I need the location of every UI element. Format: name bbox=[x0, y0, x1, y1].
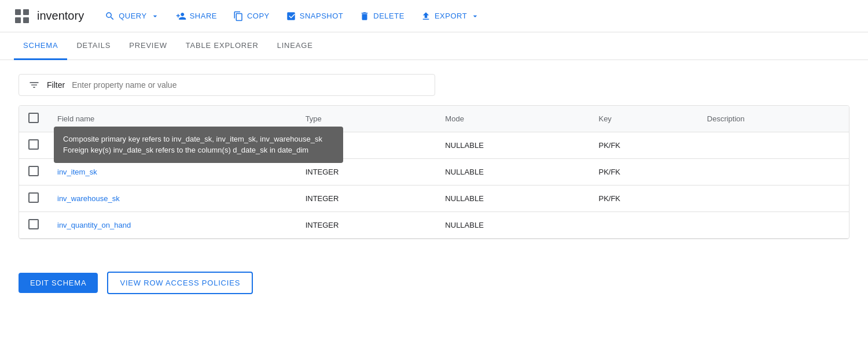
filter-label: Filter bbox=[47, 80, 65, 90]
tabs-bar: SCHEMA DETAILS PREVIEW TABLE EXPLORER LI… bbox=[0, 32, 868, 60]
view-row-access-policies-button[interactable]: VIEW ROW ACCESS POLICIES bbox=[107, 272, 253, 294]
col-header-mode: Mode bbox=[436, 106, 589, 132]
copy-button[interactable]: COPY bbox=[226, 6, 277, 26]
share-button[interactable]: SHARE bbox=[169, 6, 224, 26]
field-link[interactable]: inv_quantity_on_hand bbox=[57, 221, 131, 229]
delete-icon bbox=[359, 11, 370, 21]
field-link[interactable]: inv_date_sk bbox=[57, 141, 97, 150]
bottom-actions: EDIT SCHEMA VIEW ROW ACCESS POLICIES bbox=[0, 253, 868, 313]
col-header-description: Description bbox=[698, 106, 849, 132]
svg-rect-2 bbox=[15, 17, 21, 23]
row-checkbox-cell bbox=[19, 159, 48, 186]
tab-lineage[interactable]: LINEAGE bbox=[268, 32, 322, 60]
filter-icon bbox=[28, 79, 40, 91]
schema-table-wrapper: Field name Type Mode Key Description bbox=[19, 105, 849, 239]
page-title: inventory bbox=[37, 9, 84, 23]
svg-rect-3 bbox=[23, 17, 29, 23]
description-cell bbox=[698, 159, 849, 186]
table-row: inv_date_sk INTEGER NULLABLE PK/FK Compo… bbox=[19, 132, 849, 159]
key-cell: PK/FK bbox=[589, 186, 697, 212]
filter-input[interactable] bbox=[72, 80, 425, 90]
edit-schema-button[interactable]: EDIT SCHEMA bbox=[19, 273, 98, 293]
search-icon bbox=[105, 11, 115, 21]
field-link[interactable]: inv_warehouse_sk bbox=[57, 194, 120, 203]
row-checkbox-cell bbox=[19, 186, 48, 212]
mode-cell: NULLABLE bbox=[436, 132, 589, 159]
tab-table-explorer[interactable]: TABLE EXPLORER bbox=[176, 32, 268, 60]
row-checkbox[interactable] bbox=[28, 166, 39, 176]
col-header-key: Key bbox=[589, 106, 697, 132]
snapshot-button[interactable]: SNAPSHOT bbox=[279, 6, 351, 26]
field-link[interactable]: inv_item_sk bbox=[57, 168, 97, 176]
export-button[interactable]: EXPORT bbox=[414, 6, 487, 26]
key-cell bbox=[589, 212, 697, 239]
type-cell: INTEGER bbox=[296, 212, 436, 239]
mode-cell: NULLABLE bbox=[436, 186, 589, 212]
grid-icon bbox=[14, 8, 30, 24]
row-checkbox[interactable] bbox=[28, 192, 39, 203]
select-all-checkbox[interactable] bbox=[28, 113, 39, 123]
field-name-cell: inv_warehouse_sk bbox=[48, 186, 296, 212]
description-cell bbox=[698, 186, 849, 212]
delete-button[interactable]: DELETE bbox=[352, 6, 411, 26]
tab-schema[interactable]: SCHEMA bbox=[14, 32, 67, 60]
header: inventory QUERY SHARE COPY bbox=[0, 0, 868, 32]
header-actions: QUERY SHARE COPY SNAPSHOT bbox=[98, 6, 487, 26]
field-name-cell: inv_item_sk bbox=[48, 159, 296, 186]
schema-table: Field name Type Mode Key Description bbox=[19, 106, 849, 239]
type-cell: INTEGER bbox=[296, 186, 436, 212]
table-header-row: Field name Type Mode Key Description bbox=[19, 106, 849, 132]
query-button[interactable]: QUERY bbox=[98, 6, 167, 26]
col-header-type: Type bbox=[296, 106, 436, 132]
svg-rect-1 bbox=[23, 9, 29, 15]
row-checkbox-cell bbox=[19, 132, 48, 159]
description-cell bbox=[698, 212, 849, 239]
chevron-down-icon bbox=[150, 12, 160, 21]
tab-preview[interactable]: PREVIEW bbox=[120, 32, 176, 60]
row-checkbox[interactable] bbox=[28, 139, 39, 150]
main-content: Filter Field name Type Mode bbox=[0, 60, 868, 253]
snapshot-icon bbox=[286, 11, 296, 21]
type-cell: INTEGER bbox=[296, 132, 436, 159]
mode-cell: NULLABLE bbox=[436, 159, 589, 186]
row-checkbox[interactable] bbox=[28, 219, 39, 229]
description-cell: Composite primary key refers to inv_date… bbox=[698, 132, 849, 159]
app-logo: inventory bbox=[14, 8, 84, 24]
header-checkbox-cell bbox=[19, 106, 48, 132]
col-header-field-name: Field name bbox=[48, 106, 296, 132]
filter-bar: Filter bbox=[19, 74, 435, 96]
field-name-cell: inv_date_sk bbox=[48, 132, 296, 159]
field-name-cell: inv_quantity_on_hand bbox=[48, 212, 296, 239]
copy-icon bbox=[233, 11, 244, 21]
table-row: inv_quantity_on_hand INTEGER NULLABLE bbox=[19, 212, 849, 239]
mode-cell: NULLABLE bbox=[436, 212, 589, 239]
tab-details[interactable]: DETAILS bbox=[67, 32, 120, 60]
person-add-icon bbox=[176, 11, 186, 21]
row-checkbox-cell bbox=[19, 212, 48, 239]
type-cell: INTEGER bbox=[296, 159, 436, 186]
key-cell: PK/FK bbox=[589, 159, 697, 186]
chevron-down-icon bbox=[470, 12, 480, 21]
table-row: inv_warehouse_sk INTEGER NULLABLE PK/FK bbox=[19, 186, 849, 212]
table-row: inv_item_sk INTEGER NULLABLE PK/FK bbox=[19, 159, 849, 186]
svg-rect-0 bbox=[15, 9, 21, 15]
key-cell: PK/FK bbox=[589, 132, 697, 159]
export-icon bbox=[421, 11, 431, 21]
